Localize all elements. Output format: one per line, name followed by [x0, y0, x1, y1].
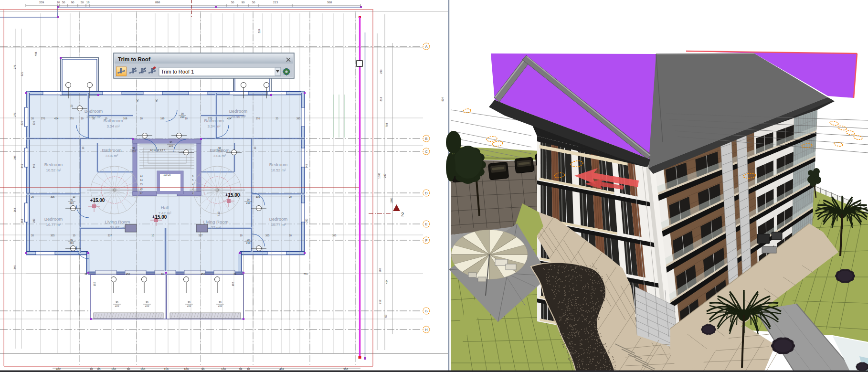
svg-text:267: 267 — [383, 173, 386, 178]
svg-text:210: 210 — [169, 144, 173, 147]
svg-text:20: 20 — [140, 117, 143, 120]
svg-text:10.77 m²: 10.77 m² — [271, 223, 286, 227]
svg-text:345: 345 — [32, 164, 35, 169]
svg-text:50: 50 — [62, 1, 65, 4]
svg-text:10: 10 — [81, 117, 84, 120]
svg-text:100 20: 100 20 — [163, 173, 171, 176]
svg-text:210: 210 — [246, 242, 251, 244]
svg-text:12 11 10 9 8 7: 12 11 10 9 8 7 — [150, 149, 165, 151]
svg-text:Bathroom: Bathroom — [210, 148, 229, 153]
svg-text:10: 10 — [82, 147, 85, 149]
svg-text:20: 20 — [289, 234, 292, 237]
svg-text:3.04 m²: 3.04 m² — [213, 154, 226, 158]
svg-text:182: 182 — [93, 282, 96, 287]
svg-text:20: 20 — [31, 195, 34, 198]
svg-text:270: 270 — [41, 117, 45, 120]
svg-text:524: 524 — [258, 29, 261, 33]
svg-text:90: 90 — [132, 147, 135, 149]
svg-text:210: 210 — [180, 116, 185, 118]
svg-text:90: 90 — [136, 99, 139, 102]
svg-text:10: 10 — [57, 1, 60, 4]
svg-text:402: 402 — [56, 368, 61, 371]
svg-text:368: 368 — [343, 368, 349, 371]
svg-text:50: 50 — [252, 1, 255, 4]
svg-text:59: 59 — [384, 315, 387, 318]
svg-text:100: 100 — [111, 368, 116, 371]
svg-text:770: 770 — [304, 273, 308, 276]
svg-text:182: 182 — [232, 282, 234, 287]
svg-text:10: 10 — [73, 195, 75, 198]
svg-text:270: 270 — [13, 113, 16, 117]
svg-text:90: 90 — [127, 368, 130, 371]
svg-text:100: 100 — [221, 368, 226, 371]
svg-text:C: C — [425, 149, 428, 154]
svg-text:263: 263 — [13, 208, 16, 213]
svg-text:Bedroom: Bedroom — [85, 108, 103, 114]
svg-text:3.34 m²: 3.34 m² — [106, 124, 119, 128]
svg-text:537: 537 — [199, 234, 203, 237]
svg-text:189: 189 — [160, 117, 165, 120]
svg-text:50: 50 — [231, 1, 234, 4]
svg-text:18: 18 — [90, 368, 93, 371]
svg-text:6: 6 — [192, 174, 194, 177]
svg-text:50: 50 — [92, 117, 95, 120]
svg-text:90: 90 — [181, 112, 184, 115]
svg-text:18: 18 — [86, 1, 90, 4]
svg-text:Trim to Roof 1: Trim to Roof 1 — [161, 69, 194, 74]
svg-text:210: 210 — [187, 304, 191, 307]
svg-text:2: 2 — [401, 212, 404, 217]
svg-text:213: 213 — [380, 97, 382, 101]
svg-text:424: 424 — [54, 117, 59, 120]
svg-text:Bathroom: Bathroom — [204, 118, 223, 123]
svg-text:90: 90 — [247, 238, 250, 241]
svg-text:Bedroom: Bedroom — [269, 162, 288, 167]
svg-text:20: 20 — [85, 273, 87, 276]
svg-text:90: 90 — [247, 198, 250, 201]
svg-text:345: 345 — [13, 156, 16, 160]
svg-text:270: 270 — [256, 117, 260, 120]
svg-text:345: 345 — [13, 266, 16, 270]
svg-text:4: 4 — [192, 183, 194, 186]
svg-text:90: 90 — [188, 301, 191, 304]
svg-text:20.46 m²: 20.46 m² — [231, 115, 246, 119]
svg-text:90: 90 — [169, 141, 172, 144]
svg-text:90: 90 — [146, 301, 148, 304]
svg-text:305: 305 — [265, 234, 270, 237]
svg-text:20: 20 — [275, 117, 278, 120]
svg-text:Bathroom: Bathroom — [102, 148, 121, 153]
svg-text:402: 402 — [279, 368, 285, 371]
svg-text:798: 798 — [385, 123, 388, 127]
svg-text:20: 20 — [233, 273, 236, 276]
svg-text:368: 368 — [327, 1, 332, 4]
svg-text:20: 20 — [70, 105, 73, 107]
svg-text:3.34 m²: 3.34 m² — [207, 124, 220, 128]
svg-text:20: 20 — [289, 195, 292, 198]
svg-text:345: 345 — [21, 164, 23, 168]
svg-text:10: 10 — [73, 234, 75, 237]
svg-text:10: 10 — [161, 273, 164, 276]
svg-text:Trim to Roof: Trim to Roof — [118, 56, 150, 62]
svg-text:90: 90 — [219, 301, 222, 304]
svg-text:Living Room: Living Room — [105, 219, 130, 224]
svg-text:14: 14 — [140, 179, 143, 181]
svg-text:Bedroom: Bedroom — [44, 162, 63, 167]
svg-text:263: 263 — [305, 219, 308, 223]
svg-text:190: 190 — [379, 268, 381, 272]
svg-text:G: G — [425, 309, 428, 313]
svg-text:20: 20 — [31, 117, 34, 120]
svg-text:D: D — [425, 191, 428, 195]
svg-text:321: 321 — [21, 72, 23, 76]
svg-text:270: 270 — [70, 117, 74, 120]
svg-text:90: 90 — [155, 99, 158, 102]
svg-text:444: 444 — [385, 279, 388, 284]
svg-text:3.04 m²: 3.04 m² — [105, 154, 118, 158]
svg-text:88: 88 — [97, 368, 101, 371]
svg-text:305: 305 — [51, 234, 55, 237]
svg-text:345: 345 — [305, 164, 308, 169]
svg-text:F: F — [425, 238, 428, 243]
svg-text:210: 210 — [246, 202, 251, 204]
svg-text:10: 10 — [151, 234, 154, 237]
svg-text:+15.00: +15.00 — [90, 198, 105, 203]
svg-text:17: 17 — [140, 191, 143, 194]
svg-text:210: 210 — [132, 150, 136, 153]
